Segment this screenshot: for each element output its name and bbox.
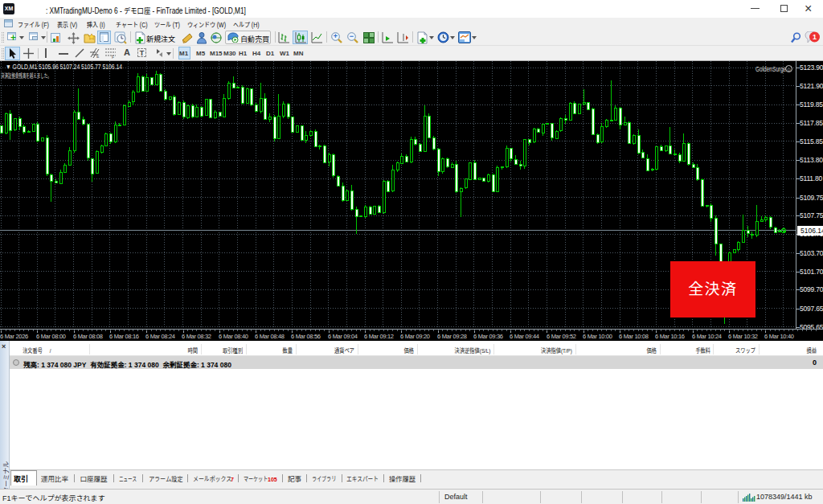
svg-text:E: E — [96, 54, 100, 59]
svg-text:+: + — [334, 32, 338, 40]
svg-text:1: 1 — [813, 33, 817, 41]
svg-text:F: F — [112, 55, 114, 59]
svg-text:−: − — [350, 32, 354, 40]
